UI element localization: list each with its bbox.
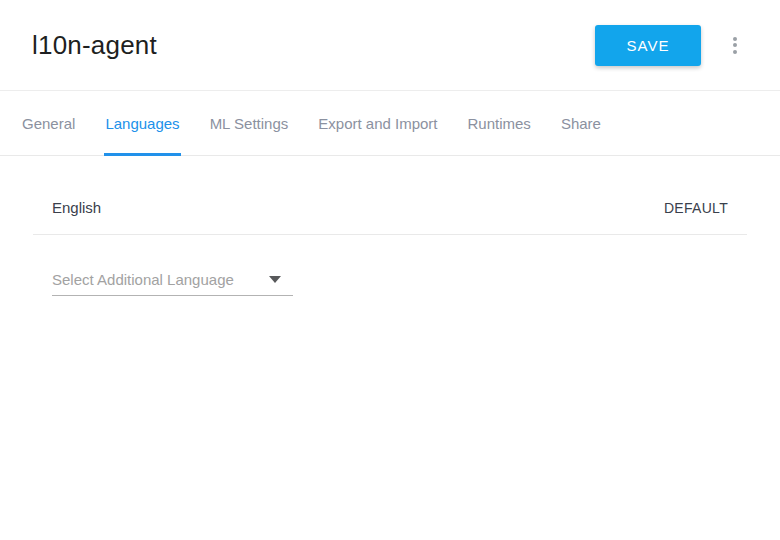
default-badge: DEFAULT xyxy=(664,200,728,216)
add-language-select[interactable]: Select Additional Language xyxy=(52,271,293,296)
tab-general[interactable]: General xyxy=(7,91,90,155)
caret-down-icon xyxy=(269,276,281,283)
language-row-divider xyxy=(33,234,747,235)
tab-runtimes[interactable]: Runtimes xyxy=(453,91,546,155)
agent-title: l10n-agent xyxy=(32,30,157,61)
settings-tabbar: General Languages ML Settings Export and… xyxy=(0,91,780,156)
default-language-row: English DEFAULT xyxy=(52,199,728,216)
header: l10n-agent SAVE xyxy=(0,0,780,91)
languages-panel: English DEFAULT Select Additional Langua… xyxy=(0,156,780,296)
tab-export-and-import[interactable]: Export and Import xyxy=(303,91,452,155)
kebab-dot xyxy=(733,37,737,41)
kebab-dot xyxy=(733,43,737,47)
language-name: English xyxy=(52,199,101,216)
add-language-placeholder: Select Additional Language xyxy=(52,271,234,288)
tab-languages[interactable]: Languages xyxy=(90,91,194,155)
save-button[interactable]: SAVE xyxy=(595,25,701,66)
kebab-dot xyxy=(733,50,737,54)
kebab-menu-icon[interactable] xyxy=(728,33,742,58)
tab-ml-settings[interactable]: ML Settings xyxy=(195,91,304,155)
tab-share[interactable]: Share xyxy=(546,91,616,155)
